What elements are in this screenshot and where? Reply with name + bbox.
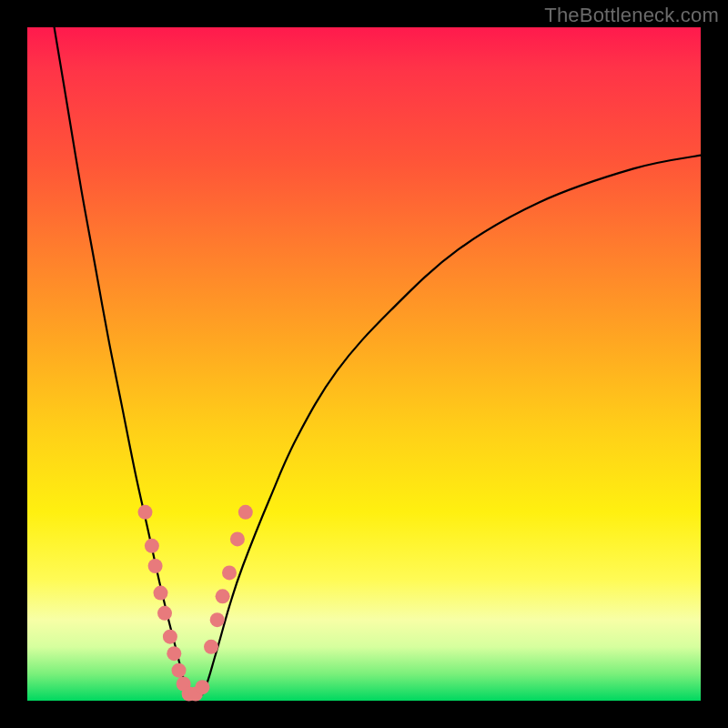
sample-dot [216,589,230,603]
chart-frame: TheBottleneck.com [0,0,728,728]
plot-area [27,27,701,701]
sample-dot [157,606,172,621]
sample-dot [172,663,187,678]
sample-dot [163,630,177,644]
sample-dot [230,531,245,546]
watermark-text: TheBottleneck.com [544,4,719,27]
sample-dot [145,539,159,553]
sample-dots-group [138,505,253,702]
sample-dot [154,586,168,601]
sample-dot [222,565,237,580]
sample-dot [204,640,218,654]
sample-dot [138,505,153,520]
sample-dot [148,559,163,573]
chart-svg [27,27,701,701]
sample-dot [210,612,225,627]
sample-dot [195,680,209,694]
sample-dot [167,646,181,661]
sample-dot [238,505,253,520]
bottleneck-curve [55,27,701,700]
